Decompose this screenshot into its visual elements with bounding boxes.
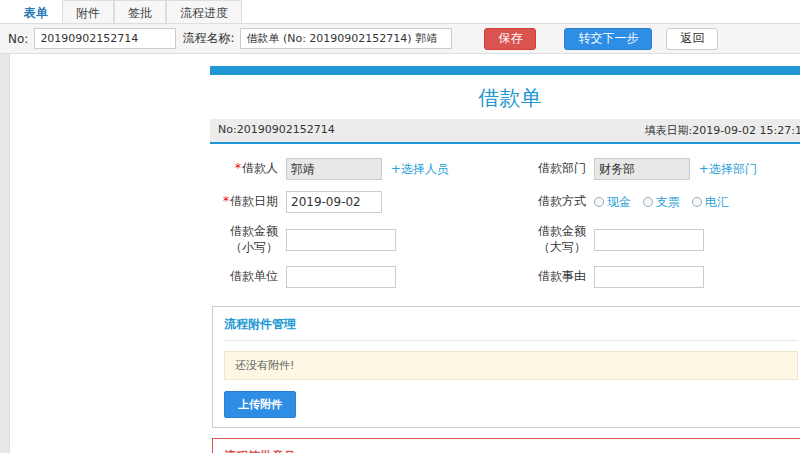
loan-form-panel: 借款单 No:20190902152714 填表日期:2019-09-02 15… [210,66,800,453]
loan-unit-cell [286,266,522,288]
radio-icon [594,197,604,207]
radio-icon [692,197,702,207]
loan-unit-label: 借款单位 [214,269,286,285]
save-button[interactable]: 保存 [484,28,536,50]
select-person-link[interactable]: +选择人员 [391,162,449,176]
next-step-button[interactable]: 转交下一步 [564,28,652,50]
loan-date-cell [286,191,522,213]
panel-top-accent [210,66,800,75]
borrower-input[interactable] [286,158,382,180]
radio-icon [643,197,653,207]
loan-reason-cell [594,266,800,288]
left-gutter [0,54,10,453]
approval-section: 流程签批意见 B I abc A ∞ ⚑ ≣ ≡ ⇤ ⇥ — [212,438,800,453]
action-toolbar: No: 流程名称: 保存 转交下一步 返回 [0,24,800,54]
required-asterisk: * [223,194,229,208]
radio-wire-transfer[interactable]: 电汇 [692,194,729,211]
department-label: 借款部门 [522,161,594,177]
radio-check[interactable]: 支票 [643,194,680,211]
top-tab-bar: 表单 附件 签批 流程进度 [0,0,800,24]
process-name-label: 流程名称: [182,30,234,47]
borrower-cell: +选择人员 [286,158,522,180]
radio-cash[interactable]: 现金 [594,194,631,211]
loan-form-fields: *借款人 +选择人员 借款部门 +选择部门 *借款日期 借款方式 [210,144,800,304]
form-no-text: No:20190902152714 [218,123,335,138]
amount-uppercase-label: 借款金额（大写） [522,224,594,255]
loan-unit-input[interactable] [286,266,396,288]
no-attachment-alert: 还没有附件! [224,351,798,380]
amount-lowercase-label: 借款金额（小写） [214,224,286,255]
department-cell: +选择部门 [594,158,800,180]
amount-lowercase-cell [286,229,522,251]
back-button[interactable]: 返回 [666,28,718,50]
no-label: No: [8,32,28,46]
payment-method-label: 借款方式 [522,194,594,210]
attachment-section: 流程附件管理 还没有附件! 上传附件 [212,306,800,428]
loan-reason-input[interactable] [594,266,704,288]
form-meta-bar: No:20190902152714 填表日期:2019-09-02 15:27:… [210,119,800,144]
tab-form[interactable]: 表单 [10,0,62,23]
form-title: 借款单 [210,75,800,119]
amount-uppercase-input[interactable] [594,229,704,251]
select-department-link[interactable]: +选择部门 [699,162,757,176]
tab-attachment[interactable]: 附件 [62,0,114,23]
tab-progress[interactable]: 流程进度 [166,0,242,23]
loan-reason-label: 借款事由 [522,269,594,285]
loan-date-input[interactable] [286,191,382,213]
no-input[interactable] [34,28,176,49]
attachment-section-title: 流程附件管理 [224,316,798,341]
required-asterisk: * [235,161,241,175]
form-date-text: 填表日期:2019-09-02 15:27:1 [644,123,800,138]
amount-uppercase-cell [594,229,800,251]
tab-sign[interactable]: 签批 [114,0,166,23]
payment-method-options: 现金 支票 电汇 [594,194,800,211]
approval-section-title: 流程签批意见 [224,448,798,453]
main-area: 借款单 No:20190902152714 填表日期:2019-09-02 15… [0,54,800,453]
department-input[interactable] [594,158,690,180]
borrower-label: *借款人 [214,161,286,177]
upload-attachment-button[interactable]: 上传附件 [224,391,296,418]
loan-date-label: *借款日期 [214,194,286,210]
process-name-input[interactable] [240,28,452,49]
amount-lowercase-input[interactable] [286,229,396,251]
